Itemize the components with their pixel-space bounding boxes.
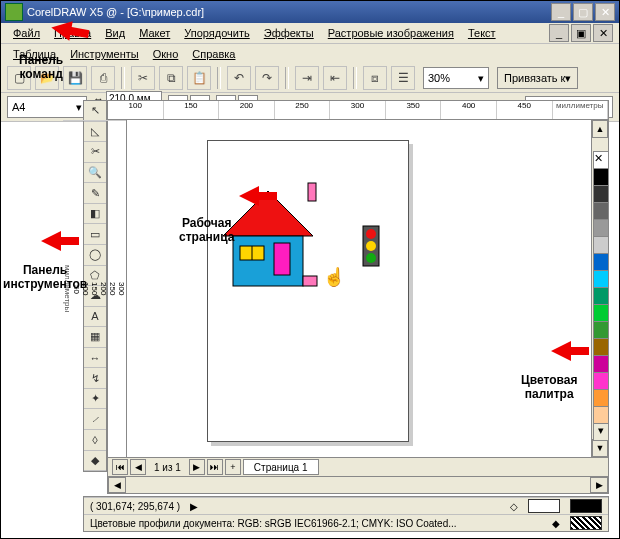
- svg-rect-5: [274, 243, 290, 275]
- prev-page-button[interactable]: ◀: [130, 459, 146, 475]
- color-profiles: Цветовые профили документа: RGB: sRGB IE…: [90, 518, 457, 529]
- undo-button[interactable]: ↶: [227, 66, 251, 90]
- menu-table[interactable]: Таблица: [7, 46, 62, 62]
- copy-button[interactable]: ⧉: [159, 66, 183, 90]
- color-swatch[interactable]: [593, 185, 609, 203]
- status-arrow-icon: ▶: [190, 501, 198, 512]
- svg-point-10: [366, 241, 376, 251]
- print-button[interactable]: ⎙: [91, 66, 115, 90]
- color-swatch[interactable]: [593, 389, 609, 407]
- welcome-button[interactable]: ☰: [391, 66, 415, 90]
- drawing-page[interactable]: ☝: [207, 140, 409, 442]
- drawing-canvas[interactable]: ☝: [127, 120, 592, 458]
- menu-bitmaps[interactable]: Растровые изображения: [322, 25, 460, 41]
- color-swatch[interactable]: [593, 338, 609, 356]
- doc-minimize-button[interactable]: _: [549, 24, 569, 42]
- doc-restore-button[interactable]: ▣: [571, 24, 591, 42]
- separator: [217, 67, 221, 89]
- menu-arrange[interactable]: Упорядочить: [178, 25, 255, 41]
- color-swatch[interactable]: [593, 236, 609, 254]
- first-page-button[interactable]: ⏮: [112, 459, 128, 475]
- menu-bar-row2: Таблица Инструменты Окно Справка: [1, 44, 619, 64]
- menu-layout[interactable]: Макет: [133, 25, 176, 41]
- maximize-button[interactable]: ▢: [573, 3, 593, 21]
- separator: [285, 67, 289, 89]
- standard-toolbar: ▢ 📂 💾 ⎙ ✂ ⧉ 📋 ↶ ↷ ⇥ ⇤ ⧈ ☰ 30%▾ Привязать…: [1, 64, 619, 93]
- no-fill-swatch[interactable]: ✕: [593, 151, 609, 169]
- scroll-down-arrow[interactable]: ▼: [592, 439, 608, 457]
- color-palette: ✕ ▾: [593, 151, 609, 440]
- outline-indicator-icon: ◆: [552, 518, 560, 529]
- window-title: CorelDRAW X5 @ - [G:\пример.cdr]: [27, 6, 204, 18]
- color-swatch[interactable]: [593, 287, 609, 305]
- menu-file[interactable]: Файл: [7, 25, 46, 41]
- svg-text:☝: ☝: [323, 266, 346, 288]
- menu-help[interactable]: Справка: [186, 46, 241, 62]
- color-swatch[interactable]: [593, 219, 609, 237]
- page-tab[interactable]: Страница 1: [243, 459, 319, 475]
- menu-effects[interactable]: Эффекты: [258, 25, 320, 41]
- color-swatch[interactable]: [593, 202, 609, 220]
- vertical-ruler[interactable]: 30025020015010050миллиметры: [107, 120, 127, 458]
- open-button[interactable]: 📂: [35, 66, 59, 90]
- svg-marker-1: [223, 191, 313, 236]
- minimize-button[interactable]: _: [551, 3, 571, 21]
- menu-view[interactable]: Вид: [99, 25, 131, 41]
- close-button[interactable]: ✕: [595, 3, 615, 21]
- cut-button[interactable]: ✂: [131, 66, 155, 90]
- color-swatch[interactable]: [593, 304, 609, 322]
- snap-to-button[interactable]: Привязать к ▾: [497, 67, 578, 89]
- new-button[interactable]: ▢: [7, 66, 31, 90]
- horizontal-ruler[interactable]: 100150200250300350400450миллиметры: [107, 100, 609, 120]
- launch-button[interactable]: ⧈: [363, 66, 387, 90]
- last-page-button[interactable]: ⏭: [207, 459, 223, 475]
- cursor-coords: ( 301,674; 295,674 ): [90, 501, 180, 512]
- add-page-button[interactable]: +: [225, 459, 241, 475]
- doc-close-button[interactable]: ✕: [593, 24, 613, 42]
- color-swatch[interactable]: [593, 355, 609, 373]
- scroll-right-arrow[interactable]: ▶: [590, 477, 608, 493]
- fill-swatch[interactable]: [528, 499, 560, 513]
- page-artwork: ☝: [208, 181, 408, 321]
- separator: [121, 67, 125, 89]
- separator: [353, 67, 357, 89]
- scroll-left-arrow[interactable]: ◀: [108, 477, 126, 493]
- import-button[interactable]: ⇥: [295, 66, 319, 90]
- menu-text[interactable]: Текст: [462, 25, 502, 41]
- svg-point-11: [366, 253, 376, 263]
- title-bar: CorelDRAW X5 @ - [G:\пример.cdr] _ ▢ ✕: [1, 1, 619, 23]
- export-button[interactable]: ⇤: [323, 66, 347, 90]
- color-swatch[interactable]: [593, 321, 609, 339]
- menu-window[interactable]: Окно: [147, 46, 185, 62]
- color-swatch[interactable]: [593, 406, 609, 424]
- scroll-up-arrow[interactable]: ▲: [592, 120, 608, 138]
- outline-swatch[interactable]: [570, 499, 602, 513]
- status-bar: ( 301,674; 295,674 ) ▶ ◇ Цветовые профил…: [83, 496, 609, 532]
- app-logo-icon: [5, 3, 23, 21]
- page-count: 1 из 1: [148, 462, 187, 473]
- none-swatch[interactable]: [570, 516, 602, 530]
- page-navigator: ⏮ ◀ 1 из 1 ▶ ⏭ + Страница 1: [107, 458, 609, 477]
- horizontal-scrollbar[interactable]: ◀ ▶: [107, 477, 609, 494]
- menu-bar: Файл Правка Вид Макет Упорядочить Эффект…: [1, 23, 619, 44]
- svg-point-9: [366, 229, 376, 239]
- color-swatch[interactable]: [593, 253, 609, 271]
- work-area: 100150200250300350400450миллиметры 30025…: [107, 100, 609, 494]
- svg-rect-6: [303, 276, 317, 286]
- paper-size-select[interactable]: A4▾: [7, 96, 87, 118]
- zoom-select[interactable]: 30%▾: [423, 67, 489, 89]
- palette-scroll-down[interactable]: ▾: [593, 423, 609, 441]
- color-swatch[interactable]: [593, 168, 609, 186]
- svg-rect-0: [308, 183, 316, 201]
- svg-rect-2: [233, 236, 303, 286]
- menu-edit[interactable]: Правка: [48, 25, 97, 41]
- menu-tools[interactable]: Инструменты: [64, 46, 145, 62]
- paste-button[interactable]: 📋: [187, 66, 211, 90]
- fill-indicator-icon: ◇: [510, 501, 518, 512]
- next-page-button[interactable]: ▶: [189, 459, 205, 475]
- save-button[interactable]: 💾: [63, 66, 87, 90]
- color-swatch[interactable]: [593, 372, 609, 390]
- color-swatch[interactable]: [593, 270, 609, 288]
- pick-tool[interactable]: ↖: [84, 101, 106, 122]
- redo-button[interactable]: ↷: [255, 66, 279, 90]
